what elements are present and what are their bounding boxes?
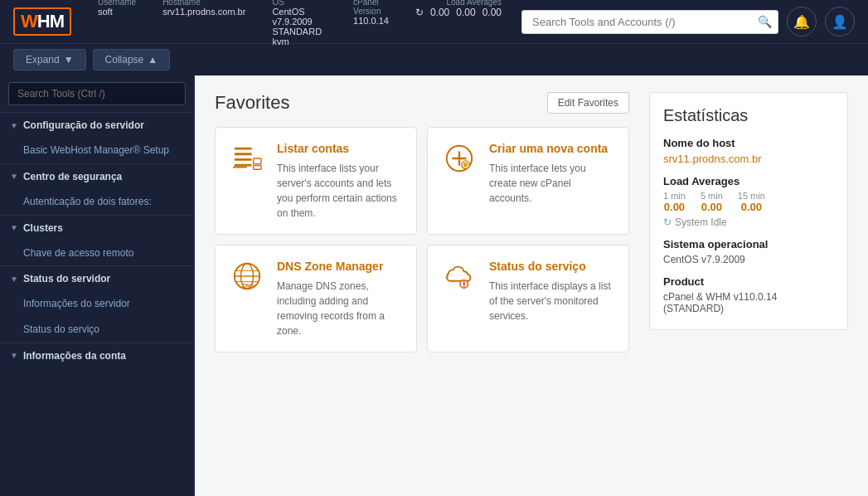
search-wrapper: 🔍 bbox=[521, 10, 778, 34]
sidebar-section-seguranca-title: Centro de segurança bbox=[23, 171, 122, 182]
load-col-1-label: 1 min bbox=[663, 191, 686, 201]
svg-rect-3 bbox=[235, 164, 252, 167]
sidebar-section-clusters-header[interactable]: ▼ Clusters bbox=[0, 216, 194, 241]
search-button[interactable]: 🔍 bbox=[758, 15, 772, 28]
favorites-header: Favorites Edit Favorites bbox=[215, 92, 629, 114]
sidebar-section-configuracao-title: Configuração do servidor bbox=[23, 119, 144, 131]
stats-title: Estatísticas bbox=[663, 106, 834, 125]
sidebar-section-configuracao-header[interactable]: ▼ Configuração do servidor bbox=[0, 113, 194, 138]
load-val-15min: 0.00 bbox=[741, 201, 762, 213]
load-averages-label: Load Averages bbox=[446, 0, 502, 7]
svg-rect-1 bbox=[235, 153, 252, 155]
sidebar-search-input[interactable] bbox=[8, 82, 186, 105]
sidebar-section-clusters-title: Clusters bbox=[23, 222, 63, 234]
card-dns-title: DNS Zone Manager bbox=[277, 259, 403, 274]
load-col-3: 15 min 0.00 bbox=[738, 191, 765, 213]
system-idle: ↻ System Idle bbox=[663, 216, 834, 228]
sidebar-section-status-title: Status do servidor bbox=[23, 273, 110, 284]
edit-favorites-button[interactable]: Edit Favorites bbox=[547, 92, 629, 114]
create-account-icon bbox=[441, 141, 478, 177]
sidebar-item-basic-webhost[interactable]: Basic WebHost Manager® Setup bbox=[0, 138, 194, 163]
sidebar-section-seguranca: ▼ Centro de segurança Autenticação de do… bbox=[0, 163, 194, 215]
sidebar: ▼ Configuração do servidor Basic WebHost… bbox=[0, 75, 195, 496]
svg-text:DNS: DNS bbox=[242, 283, 255, 289]
sidebar-section-informacoes-conta-title: Informações da conta bbox=[23, 350, 126, 362]
system-idle-label: System Idle bbox=[675, 216, 727, 228]
card-dns-content: DNS Zone Manager Manage DNS zones, inclu… bbox=[277, 259, 403, 338]
expand-icon: ▼ bbox=[64, 54, 74, 66]
chevron-down-icon: ▼ bbox=[10, 121, 18, 130]
sidebar-section-status: ▼ Status do servidor Informações do serv… bbox=[0, 265, 194, 343]
card-criar-conta-desc: This interface lets you create new cPane… bbox=[489, 161, 615, 206]
load-section-label: Load Averages bbox=[663, 175, 834, 187]
sidebar-section-status-header[interactable]: ▼ Status do servidor bbox=[0, 266, 194, 291]
username-info: Username soft bbox=[98, 0, 136, 46]
load-col-3-label: 15 min bbox=[738, 191, 765, 201]
username-label: Username bbox=[98, 0, 136, 7]
user-button[interactable]: 👤 bbox=[825, 7, 855, 36]
refresh-icon[interactable]: ↻ bbox=[415, 7, 424, 18]
os-value: CentOS v7.9.2009 bbox=[663, 254, 834, 265]
card-criar-conta-content: Criar uma nova conta This interface lets… bbox=[489, 141, 615, 221]
os-value: CentOS v7.9.2009 STANDARD kvm bbox=[272, 7, 327, 46]
load-col-2-label: 5 min bbox=[701, 191, 723, 201]
load-col-1: 1 min 0.00 bbox=[663, 191, 686, 213]
chevron-down-icon-5: ▼ bbox=[10, 351, 18, 360]
cpanel-label: cPanel Version bbox=[353, 0, 389, 16]
sidebar-item-status-servico[interactable]: Status do serviço bbox=[0, 317, 194, 343]
svg-rect-0 bbox=[235, 148, 252, 150]
product-section-label: Product bbox=[663, 275, 834, 288]
card-listar-contas[interactable]: Listar contas This interface lists your … bbox=[215, 127, 417, 235]
sidebar-section-seguranca-header[interactable]: ▼ Centro de segurança bbox=[0, 164, 194, 189]
username-value: soft bbox=[98, 7, 136, 17]
main-layout: ▼ Configuração do servidor Basic WebHost… bbox=[0, 75, 868, 496]
cpanel-value: 110.0.14 bbox=[353, 16, 389, 26]
sidebar-item-autenticacao[interactable]: Autenticação de dois fatores: bbox=[0, 189, 194, 215]
collapse-label: Collapse bbox=[105, 54, 144, 66]
svg-rect-5 bbox=[254, 158, 262, 164]
card-status[interactable]: Status do serviço This interface display… bbox=[427, 245, 629, 353]
hostname-value: srv11.prodns.com.br bbox=[162, 7, 245, 17]
hostname-section-label: Nome do host bbox=[663, 137, 834, 149]
sidebar-item-chave-acesso[interactable]: Chave de acesso remoto bbox=[0, 241, 194, 266]
sidebar-section-informacoes-conta-header[interactable]: ▼ Informações da conta bbox=[0, 343, 194, 368]
hostname-info: Hostname srv11.prodns.com.br bbox=[162, 0, 245, 46]
load-col-2: 5 min 0.00 bbox=[701, 191, 723, 213]
expand-button[interactable]: Expand ▼ bbox=[13, 49, 86, 71]
collapse-button[interactable]: Collapse ▲ bbox=[93, 49, 171, 71]
content-area: Favorites Edit Favorites bbox=[195, 75, 868, 496]
chevron-down-icon-3: ▼ bbox=[10, 223, 18, 232]
cpanel-info: cPanel Version 110.0.14 bbox=[353, 0, 389, 46]
list-icon bbox=[229, 141, 265, 177]
whm-logo: WHM bbox=[13, 7, 71, 36]
topbar: WHM Username soft Hostname srv11.prodns.… bbox=[0, 0, 868, 43]
favorites-section: Favorites Edit Favorites bbox=[215, 92, 629, 480]
card-criar-conta-title: Criar uma nova conta bbox=[489, 141, 615, 156]
card-dns[interactable]: DNS DNS Zone Manager Manage DNS zones, i… bbox=[215, 245, 417, 353]
search-input[interactable] bbox=[521, 10, 778, 34]
hostname-value: srv11.prodns.com.br bbox=[663, 153, 834, 165]
cards-grid: Listar contas This interface lists your … bbox=[215, 127, 629, 353]
product-value: cPanel & WHM v110.0.14 (STANDARD) bbox=[663, 291, 834, 314]
sidebar-section-configuracao: ▼ Configuração do servidor Basic WebHost… bbox=[0, 112, 194, 163]
os-info: OS CentOS v7.9.2009 STANDARD kvm bbox=[272, 0, 327, 46]
card-criar-conta[interactable]: Criar uma nova conta This interface lets… bbox=[427, 127, 629, 235]
card-status-title: Status do serviço bbox=[489, 259, 615, 274]
sidebar-section-informacoes-conta: ▼ Informações da conta bbox=[0, 343, 194, 368]
os-label: OS bbox=[272, 0, 327, 7]
favorites-title: Favorites bbox=[215, 92, 289, 114]
sidebar-item-informacoes-servidor[interactable]: Informações do servidor bbox=[0, 291, 194, 317]
chevron-down-icon-2: ▼ bbox=[10, 172, 18, 181]
svg-rect-4 bbox=[233, 167, 247, 168]
svg-rect-2 bbox=[235, 158, 252, 161]
svg-point-11 bbox=[463, 163, 468, 168]
notifications-button[interactable]: 🔔 bbox=[787, 7, 817, 36]
server-info: Username soft Hostname srv11.prodns.com.… bbox=[98, 0, 502, 46]
card-listar-contas-content: Listar contas This interface lists your … bbox=[277, 141, 403, 221]
topbar-search-area: 🔍 🔔 👤 bbox=[521, 7, 855, 36]
refresh-small-icon[interactable]: ↻ bbox=[663, 216, 672, 228]
chevron-down-icon-4: ▼ bbox=[10, 275, 18, 284]
card-listar-contas-title: Listar contas bbox=[277, 141, 403, 156]
card-listar-contas-desc: This interface lists your server's accou… bbox=[277, 161, 403, 221]
card-dns-desc: Manage DNS zones, including adding and r… bbox=[277, 279, 403, 338]
